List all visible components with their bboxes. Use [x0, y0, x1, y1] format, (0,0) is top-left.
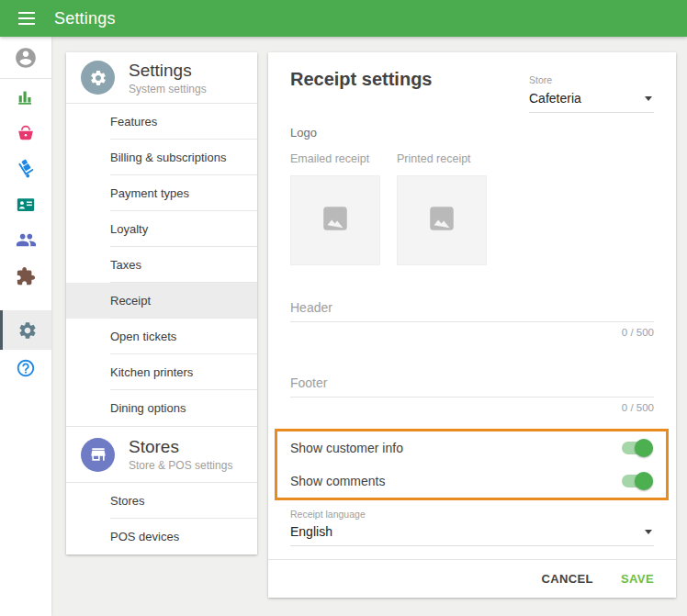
show-customer-info-label: Show customer info: [290, 441, 403, 455]
settings-circle-icon: [81, 61, 115, 95]
header-input[interactable]: Header 0 / 500: [290, 300, 654, 338]
sidebar-item-settings[interactable]: [0, 310, 51, 350]
printed-receipt-logo-upload[interactable]: [397, 175, 487, 265]
header-char-counter: 0 / 500: [290, 327, 654, 338]
logo-label: Logo: [290, 126, 503, 140]
hand-truck-icon: [16, 158, 37, 179]
bar-chart-icon: [16, 87, 36, 107]
icon-rail: [0, 37, 51, 616]
menu-header-settings: Settings System settings: [66, 52, 257, 104]
printed-receipt-label: Printed receipt: [397, 152, 487, 165]
settings-menu-panel: Settings System settings Features Billin…: [66, 52, 257, 554]
menu-item-kitchen-printers[interactable]: Kitchen printers: [66, 354, 257, 390]
menu-item-dining-options[interactable]: Dining options: [66, 390, 257, 426]
menu-section-subtitle: Store & POS settings: [129, 459, 232, 472]
sidebar-item-reports[interactable]: [0, 79, 51, 115]
menu-item-features[interactable]: Features: [66, 104, 257, 140]
chevron-down-icon: [645, 96, 652, 101]
toggle-knob: [635, 439, 653, 457]
sidebar-item-employees[interactable]: [0, 186, 51, 222]
store-select[interactable]: Store Cafeteria: [529, 74, 654, 113]
store-select-value: Cafeteria: [529, 91, 581, 106]
footer-char-counter: 0 / 500: [290, 402, 654, 413]
sidebar-item-customers[interactable]: [0, 222, 51, 258]
system-settings-list: Features Billing & subscriptions Payment…: [66, 104, 257, 426]
receipt-language-select[interactable]: Receipt language English: [290, 509, 654, 546]
receipt-language-value: English: [290, 524, 332, 539]
stores-settings-list: Stores POS devices: [66, 483, 257, 554]
menu-item-payment-types[interactable]: Payment types: [66, 175, 257, 211]
puzzle-icon: [16, 266, 36, 286]
show-comments-label: Show comments: [290, 474, 385, 488]
app-topbar: Settings: [0, 0, 687, 37]
emailed-receipt-logo-upload[interactable]: [290, 175, 380, 265]
sidebar-item-items[interactable]: [0, 115, 51, 151]
highlight-annotation: Show customer info Show comments: [275, 429, 669, 500]
store-select-label: Store: [529, 74, 654, 85]
account-circle-icon: [14, 46, 38, 70]
sidebar-item-apps[interactable]: [0, 258, 51, 294]
storefront-circle-icon: [81, 438, 115, 472]
menu-item-billing[interactable]: Billing & subscriptions: [66, 140, 257, 175]
footer-input-placeholder: Footer: [290, 375, 654, 398]
menu-item-pos-devices[interactable]: POS devices: [66, 519, 257, 554]
menu-section-title: Stores: [129, 437, 232, 457]
contact-card-icon: [16, 195, 36, 215]
menu-item-stores[interactable]: Stores: [66, 483, 257, 519]
chevron-down-icon: [645, 530, 652, 534]
menu-item-open-tickets[interactable]: Open tickets: [66, 319, 257, 354]
image-placeholder-icon: [426, 203, 457, 238]
menu-hamburger-icon[interactable]: [18, 12, 35, 25]
menu-section-subtitle: System settings: [129, 83, 207, 95]
show-comments-row: Show comments: [290, 465, 653, 498]
menu-header-stores: Stores Store & POS settings: [66, 426, 257, 483]
save-button[interactable]: SAVE: [621, 572, 654, 586]
cancel-button[interactable]: CANCEL: [541, 572, 593, 586]
people-icon: [16, 230, 37, 251]
menu-item-taxes[interactable]: Taxes: [66, 247, 257, 283]
footer-input[interactable]: Footer 0 / 500: [290, 375, 654, 413]
logo-section: Logo Emailed receipt Printed receipt: [290, 126, 503, 265]
shopping-basket-icon: [16, 123, 36, 143]
sidebar-item-help[interactable]: [0, 350, 51, 386]
show-customer-info-toggle[interactable]: [622, 439, 653, 457]
image-placeholder-icon: [320, 203, 351, 238]
page-title: Settings: [54, 9, 116, 28]
gear-icon: [17, 320, 38, 341]
header-input-placeholder: Header: [290, 300, 654, 322]
menu-item-loyalty[interactable]: Loyalty: [66, 211, 257, 247]
toggle-knob: [635, 472, 653, 490]
help-icon: [16, 358, 36, 378]
panel-title: Receipt settings: [290, 69, 432, 90]
sidebar-item-account[interactable]: [0, 37, 51, 79]
emailed-receipt-label: Emailed receipt: [290, 152, 380, 165]
receipt-language-label: Receipt language: [290, 509, 654, 520]
show-comments-toggle[interactable]: [622, 472, 653, 490]
sidebar-item-inventory[interactable]: [0, 151, 51, 186]
show-customer-info-row: Show customer info: [290, 431, 653, 465]
receipt-settings-panel: Receipt settings Store Cafeteria Logo Em…: [268, 52, 676, 598]
rail-spacer: [0, 294, 51, 310]
panel-action-bar: CANCEL SAVE: [268, 559, 676, 598]
menu-section-title: Settings: [129, 61, 207, 81]
menu-item-receipt[interactable]: Receipt: [66, 283, 257, 319]
